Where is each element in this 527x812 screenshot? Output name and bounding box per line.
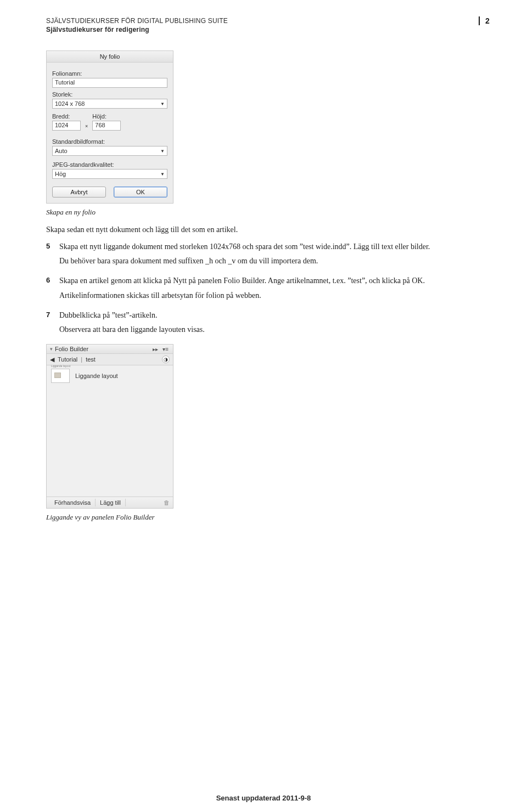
list-item[interactable]: Liggande layout Liggande layout xyxy=(51,369,169,383)
panel-title: Folio Builder xyxy=(55,346,88,352)
step6-paragraph1: Skapa en artikel genom att klicka på Nyt… xyxy=(59,275,494,286)
preview-button[interactable]: Förhandsvisa xyxy=(50,499,96,506)
chevron-down-icon: ▼ xyxy=(160,101,165,106)
crumb-test[interactable]: test xyxy=(86,356,96,363)
step5-paragraph2: Du behöver bara spara dokument med suffi… xyxy=(59,256,494,267)
step-6: 6 Skapa en artikel genom att klicka på N… xyxy=(46,275,494,304)
ok-button[interactable]: OK xyxy=(114,187,167,198)
new-folio-dialog: Ny folio Folionamn: Tutorial Storlek: 10… xyxy=(46,50,173,204)
panel-list: Liggande layout Liggande layout xyxy=(47,365,173,497)
quality-dropdown[interactable]: Hög ▼ xyxy=(52,169,167,179)
width-label: Bredd: xyxy=(52,113,81,120)
thumbnail-preview-icon xyxy=(54,373,61,378)
intro-paragraph: Skapa sedan ett nytt dokument och lägg t… xyxy=(46,224,494,235)
menu-icon[interactable]: ▾≡ xyxy=(161,346,170,352)
header-line1: SJÄLVSTUDIEKURSER FÖR DIGITAL PUBLISHING… xyxy=(46,16,479,25)
folio-name-input[interactable]: Tutorial xyxy=(52,78,167,88)
step7-paragraph2: Observera att bara den liggande layouten… xyxy=(59,324,494,335)
sync-icon[interactable]: ◑ xyxy=(162,356,170,363)
back-icon[interactable]: ◀ xyxy=(50,356,54,363)
format-dropdown[interactable]: Auto ▼ xyxy=(52,146,167,156)
width-input[interactable]: 1024 xyxy=(52,121,81,131)
quality-value: Hög xyxy=(55,171,66,177)
panel-footer: Förhandsvisa Lägg till 🗑 xyxy=(47,497,173,508)
crumb-separator: | xyxy=(81,356,82,363)
size-label: Storlek: xyxy=(52,91,167,98)
header-line2: Självstudiekurser för redigering xyxy=(46,25,479,34)
dialog-caption: Skapa en ny folio xyxy=(46,208,494,217)
dialog-title: Ny folio xyxy=(47,51,173,63)
step6-paragraph2: Artikelinformationen skickas till arbets… xyxy=(59,290,494,301)
trash-icon[interactable]: 🗑 xyxy=(164,499,170,506)
step-5: 5 Skapa ett nytt liggande dokument med s… xyxy=(46,241,494,270)
folio-builder-panel: ▾ Folio Builder ▸▸ ▾≡ ◀ Tutorial | test … xyxy=(46,344,173,509)
size-dropdown[interactable]: 1024 x 768 ▼ xyxy=(52,99,167,109)
step-number: 5 xyxy=(46,241,54,270)
step7-paragraph1: Dubbelklicka på ”test”-artikeln. xyxy=(59,310,494,321)
step-number: 7 xyxy=(46,310,54,339)
panel-caption: Liggande vy av panelen Folio Builder xyxy=(46,513,494,522)
footer-date: Senast uppdaterad 2011-9-8 xyxy=(0,794,527,802)
quality-label: JPEG-standardkvalitet: xyxy=(52,161,167,168)
item-label: Liggande layout xyxy=(75,373,118,379)
cancel-button[interactable]: Avbryt xyxy=(52,187,106,198)
page-header: SJÄLVSTUDIEKURSER FÖR DIGITAL PUBLISHING… xyxy=(46,16,494,34)
article-body: Skapa sedan ett nytt dokument och lägg t… xyxy=(46,224,494,339)
step-number: 6 xyxy=(46,275,54,304)
dimension-separator: × xyxy=(85,123,88,131)
page-number: 2 xyxy=(479,16,494,25)
thumb-label: Liggande layout xyxy=(51,364,70,368)
panel-breadcrumb: ◀ Tutorial | test ◑ xyxy=(47,354,173,365)
step5-paragraph1: Skapa ett nytt liggande dokument med sto… xyxy=(59,241,494,252)
format-label: Standardbildformat: xyxy=(52,138,167,145)
height-label: Höjd: xyxy=(92,113,121,120)
panel-titlebar: ▾ Folio Builder ▸▸ ▾≡ xyxy=(47,345,173,354)
add-button[interactable]: Lägg till xyxy=(96,499,126,506)
step-7: 7 Dubbelklicka på ”test”-artikeln. Obser… xyxy=(46,310,494,339)
format-value: Auto xyxy=(55,148,68,154)
layout-thumbnail: Liggande layout xyxy=(51,369,70,383)
collapse-icon[interactable]: ▸▸ xyxy=(152,346,159,352)
header-text: SJÄLVSTUDIEKURSER FÖR DIGITAL PUBLISHING… xyxy=(46,16,479,34)
crumb-tutorial[interactable]: Tutorial xyxy=(58,356,77,363)
folio-name-label: Folionamn: xyxy=(52,70,167,77)
chevron-down-icon: ▼ xyxy=(160,149,165,154)
height-input[interactable]: 768 xyxy=(92,121,121,131)
size-value: 1024 x 768 xyxy=(55,100,85,107)
panel-grip-icon: ▾ xyxy=(50,346,53,352)
chevron-down-icon: ▼ xyxy=(160,172,165,177)
